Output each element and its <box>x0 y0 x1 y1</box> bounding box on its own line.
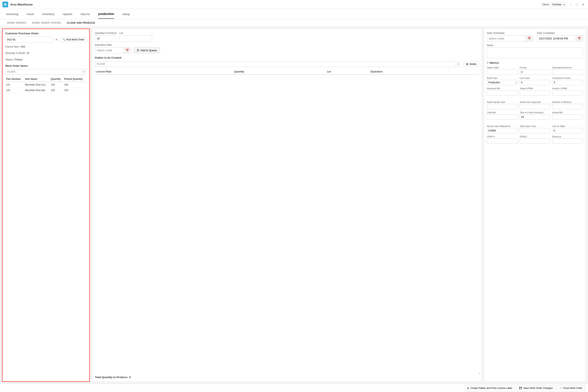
qty-produce-input[interactable] <box>95 35 115 42</box>
date-completed-cal[interactable]: 📅 <box>576 36 583 41</box>
middle-panel: Quantity to Produce Lot Expiration Date … <box>92 28 482 382</box>
items-filter-clear[interactable]: ✕ <box>82 69 86 75</box>
gpm-pct-input[interactable] <box>487 138 518 144</box>
build-type-wrap[interactable]: Production Other <box>487 80 518 85</box>
add-to-queue-button[interactable]: ☰ Add to Queue <box>134 47 160 53</box>
cell-part: 122 <box>5 88 24 93</box>
cell-qty: 120 <box>50 88 63 93</box>
cell-name: Mountain Dew Baj <box>24 88 50 93</box>
create-pallets-button[interactable]: 🖨 Create Pallets and Print License Label <box>464 385 515 391</box>
priority-input[interactable] <box>520 70 550 75</box>
gpm-dollar-input[interactable] <box>520 138 550 144</box>
audit-units-input[interactable] <box>520 104 550 109</box>
table-row[interactable]: 121 Mountain Dew Coc 120 240 <box>5 82 86 88</box>
title-bar: Arca Warehouse Client: Cerritus − □ ✕ <box>0 0 588 9</box>
cell-picked: 120 <box>63 88 86 93</box>
sub-nav-work-order-picking[interactable]: WORK ORDER PICKING <box>29 19 64 26</box>
est-revenue-input[interactable] <box>552 70 583 75</box>
date-completed-group: Date Completed 📅 <box>537 32 583 42</box>
total-labor-input[interactable] <box>520 128 550 133</box>
col-quantity: Quantity <box>50 76 63 82</box>
revenue-label: Revenue <box>552 135 583 138</box>
pallet-filter-input[interactable] <box>95 61 456 67</box>
col-picked-qty: Picked Quantity <box>63 76 86 82</box>
historic-upmh-group: Historic UPMH <box>552 87 583 96</box>
date-scheduled-cal[interactable]: 📅 <box>526 36 533 41</box>
left-table-label: Left on Table <box>552 125 583 128</box>
items-table: Part Number Item Name Quantity Picked Qu… <box>5 76 86 93</box>
date-completed-wrap[interactable]: 📅 <box>537 35 583 42</box>
lot-group: Lot <box>120 32 152 42</box>
sub-nav-close-and-produce[interactable]: CLOSE AND PRODUCE <box>64 19 98 26</box>
nav-setup[interactable]: setup <box>122 10 130 18</box>
component-count-input[interactable] <box>552 80 583 85</box>
po-input[interactable] <box>5 36 53 43</box>
line-lead-input[interactable] <box>520 80 550 85</box>
audit-units-label: Audit Units Inspected <box>520 101 550 103</box>
required-mh-label: Required MH <box>487 87 518 90</box>
save-changes-button[interactable]: 💾 Save Work Order Changes <box>516 385 555 391</box>
client-section: Client: Cerritus <box>542 2 566 7</box>
date-scheduled-wrap[interactable]: 📅 <box>487 35 533 42</box>
num-workers-input[interactable] <box>552 104 583 109</box>
build-type-group: Build Type Production Other <box>487 77 518 85</box>
items-filter-input[interactable] <box>5 69 82 75</box>
revenue-input[interactable] <box>552 138 583 144</box>
left-table-input[interactable] <box>552 128 583 133</box>
num-workers-label: Number of Workers <box>552 101 583 103</box>
find-work-order-button[interactable]: 🔍 Find Work Order <box>60 37 86 42</box>
date-scheduled-label: Date Scheduled <box>487 32 533 34</box>
expiration-date-input[interactable] <box>95 48 124 53</box>
time-finish-label: Time to Finish (minutes) <box>520 111 550 114</box>
target-upmh-input[interactable] <box>520 90 550 96</box>
window-controls[interactable]: − □ ✕ <box>569 2 586 6</box>
audit-sample-input[interactable] <box>487 104 518 109</box>
close-work-order-button[interactable]: ✓ Close Work Order <box>557 385 585 391</box>
expiration-cal-button[interactable]: 📅 <box>124 47 131 53</box>
date-scheduled-input[interactable] <box>487 36 526 41</box>
required-mh-input[interactable] <box>487 90 518 96</box>
close-button[interactable]: ✕ <box>581 2 586 6</box>
right-panel-inner: Date Scheduled 📅 Date Completed 📅 <box>484 29 586 382</box>
actual-labor-label: Actual Labor Billed/Unit <box>487 125 518 128</box>
actual-mh-input[interactable] <box>552 114 583 120</box>
total-mh-group: Total MH <box>487 111 518 120</box>
po-clear-button[interactable]: ✕ <box>54 38 58 41</box>
lot-input[interactable] <box>120 35 152 42</box>
qty-produce-group: Quantity to Produce <box>95 32 116 42</box>
notes-textarea[interactable] <box>487 48 583 58</box>
queue-icon: ☰ <box>137 49 139 52</box>
calendar-icon-2: 📅 <box>528 37 531 40</box>
actual-labor-input[interactable] <box>487 128 518 133</box>
nav-receiving[interactable]: receiving <box>6 10 18 18</box>
nav-production[interactable]: production <box>98 9 114 19</box>
gpm-pct-group: GPM % <box>487 135 518 144</box>
title-bar-left: Arca Warehouse <box>2 2 33 7</box>
maximize-button[interactable]: □ <box>575 2 579 6</box>
table-row[interactable]: 122 Mountain Dew Baj 120 120 <box>5 88 86 93</box>
historic-upmh-input[interactable] <box>552 90 583 96</box>
client-select[interactable]: Cerritus <box>551 2 566 7</box>
nav-reports[interactable]: reports <box>63 10 72 18</box>
num-workers-group: Number of Workers <box>552 101 583 109</box>
items-table-wrap: Part Number Item Name Quantity Picked Qu… <box>5 76 86 378</box>
sub-nav-work-orders[interactable]: WORK ORDERS <box>4 19 29 26</box>
total-mh-input[interactable] <box>487 114 518 120</box>
minimize-button[interactable]: − <box>569 2 573 6</box>
expiration-date-wrap[interactable]: 📅 <box>95 47 131 53</box>
nav-inventory[interactable]: inventory <box>42 10 55 18</box>
nav-move[interactable]: move <box>26 10 34 18</box>
pallet-filter-clear[interactable]: ✕ <box>456 61 460 67</box>
nav-bar: receiving move inventory reports returns… <box>0 9 588 19</box>
build-type-select[interactable]: Production Other <box>487 80 518 85</box>
revenue-group: Revenue <box>552 135 583 144</box>
delete-button[interactable]: 🗑 Delete <box>464 61 479 67</box>
client-select-wrap[interactable]: Cerritus <box>551 2 566 7</box>
notes-label: Notes <box>487 44 583 47</box>
col-part-number: Part Number <box>5 76 24 82</box>
sales-order-input[interactable] <box>487 70 518 75</box>
time-finish-input[interactable] <box>520 114 550 120</box>
target-upmh-label: Target UPMH <box>520 87 550 90</box>
date-completed-input[interactable] <box>537 36 576 41</box>
nav-returns[interactable]: returns <box>80 10 90 18</box>
